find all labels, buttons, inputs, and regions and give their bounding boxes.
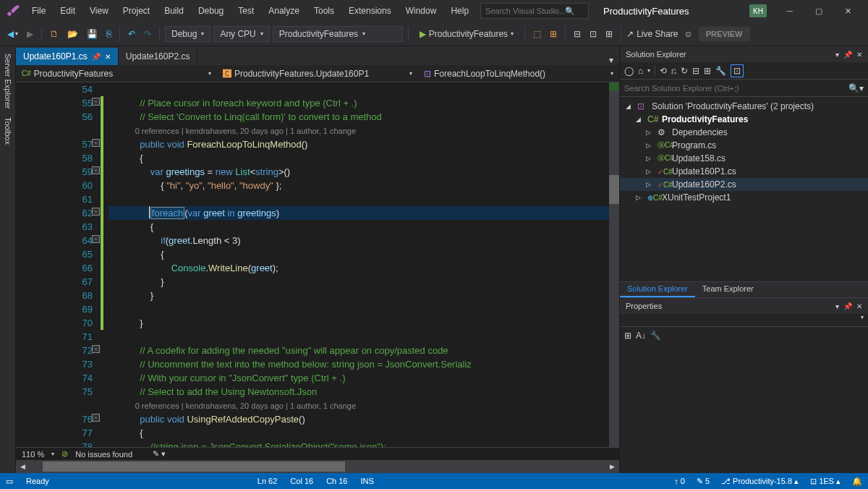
fold-icon[interactable]: - [92, 208, 100, 216]
titlebar-search[interactable]: 🔍 [480, 3, 589, 19]
save-button[interactable]: 💾 [84, 27, 101, 41]
user-badge[interactable]: KH [749, 4, 767, 17]
tab-solution-explorer[interactable]: Solution Explorer [620, 282, 695, 297]
fold-icon[interactable]: - [92, 139, 100, 147]
open-button[interactable]: 📂 [64, 27, 81, 41]
dropdown-icon[interactable]: ▾ [835, 51, 839, 59]
file-update160p1[interactable]: ▷✓C#Update160P1.cs [620, 165, 868, 178]
tb-icon-5[interactable]: ⊞ [603, 27, 616, 41]
menu-test[interactable]: Test [232, 3, 260, 19]
output-icon[interactable]: ▭ [6, 477, 13, 486]
liveshare-button[interactable]: ↗Live Share [626, 29, 678, 39]
server-explorer-tab[interactable]: Server Explorer [0, 49, 15, 113]
project-xunit[interactable]: ▷⊕C#XUnitTestProject1 [620, 191, 868, 204]
menu-analyze[interactable]: Analyze [263, 3, 305, 19]
fold-icon[interactable]: - [92, 166, 100, 174]
menu-file[interactable]: File [26, 3, 51, 19]
file-program[interactable]: ▷ⓐC#Program.cs [620, 139, 868, 152]
repo-button[interactable]: ⊡ 1ES ▴ [810, 477, 841, 486]
collapse-icon[interactable]: ⊟ [692, 66, 699, 76]
redo-button[interactable]: ↷ [141, 27, 154, 41]
menu-project[interactable]: Project [117, 3, 156, 19]
close-icon[interactable]: ✕ [105, 53, 111, 61]
tb-icon-3[interactable]: ⊟ [571, 27, 584, 41]
close-icon[interactable]: ✕ [856, 51, 862, 59]
home-icon[interactable]: ⌂ [638, 66, 643, 76]
pin-icon[interactable]: 📌 [92, 53, 101, 61]
properties-icon[interactable]: 🔧 [715, 66, 726, 76]
tab-overflow-button[interactable]: ▾ [603, 55, 619, 65]
back-icon[interactable]: ◯ [624, 66, 634, 76]
vscroll[interactable] [609, 82, 619, 447]
forward-button[interactable]: ▶ [24, 27, 36, 41]
fold-icon[interactable]: - [92, 345, 100, 353]
menu-window[interactable]: Window [400, 3, 443, 19]
ins-label: INS [360, 477, 373, 485]
wrench-icon[interactable]: 🔧 [650, 331, 661, 341]
menu-help[interactable]: Help [445, 3, 475, 19]
undo-button[interactable]: ↶ [125, 27, 138, 41]
refresh-icon[interactable]: ↻ [681, 66, 688, 76]
preview-icon[interactable]: ⊡ [731, 64, 744, 77]
caret-icon[interactable]: ✎ ▾ [153, 449, 166, 459]
new-project-button[interactable]: 🗋 [47, 27, 61, 41]
file-update158[interactable]: ▷ⓐC#Update158.cs [620, 152, 868, 165]
menu-extensions[interactable]: Extensions [343, 3, 397, 19]
se-search-input[interactable] [624, 84, 848, 93]
close-button[interactable]: ✕ [833, 1, 862, 21]
show-all-icon[interactable]: ⊞ [704, 66, 711, 76]
hscroll[interactable]: ◀ ▶ [16, 460, 619, 473]
dependencies-node[interactable]: ▷⚙Dependencies [620, 126, 868, 139]
file-update160p2[interactable]: ▷✓C#Update160P2.cs [620, 178, 868, 191]
se-tree[interactable]: ◢⊡Solution 'ProductivityFeatures' (2 pro… [620, 97, 868, 281]
sort-icon[interactable]: A↓ [636, 331, 646, 341]
zoom-level[interactable]: 110 % [22, 450, 44, 459]
editor-column: Update160P1.cs📌✕ Update160P2.cs ▾ C#Prod… [16, 46, 619, 473]
fold-icon[interactable]: - [92, 98, 100, 106]
feedback-icon[interactable]: ☺ [681, 27, 696, 41]
tab-update160p2[interactable]: Update160P2.cs [119, 48, 198, 65]
publish-icon[interactable]: ↑ 0 [674, 477, 685, 485]
config-dropdown[interactable]: Debug▾ [165, 26, 210, 42]
save-all-button[interactable]: ⎘ [103, 27, 114, 41]
dropdown-icon[interactable]: ▾ [835, 302, 839, 310]
back-button[interactable]: ◀▾ [4, 27, 21, 41]
search-input[interactable] [485, 7, 565, 15]
ok-icon: ⊘ [61, 449, 68, 459]
fold-icon[interactable]: - [92, 414, 100, 422]
pin-icon[interactable]: 📌 [843, 302, 852, 310]
code-editor[interactable]: 5455-56 57-5859-606162-6364-656667686970… [16, 82, 619, 447]
solution-node[interactable]: ◢⊡Solution 'ProductivityFeatures' (2 pro… [620, 100, 868, 113]
fold-icon[interactable]: - [92, 235, 100, 243]
close-icon[interactable]: ✕ [856, 302, 862, 310]
tab-team-explorer[interactable]: Team Explorer [695, 282, 761, 297]
menu-build[interactable]: Build [158, 3, 190, 19]
platform-dropdown[interactable]: Any CPU▾ [213, 26, 269, 42]
notifications-icon[interactable]: 🔔 [852, 477, 862, 486]
sync-icon[interactable]: ⟲ [660, 66, 667, 76]
categorize-icon[interactable]: ⊞ [624, 331, 631, 341]
nav-method[interactable]: ⊡ForeachLoopToLinqMethod()▾ [418, 69, 619, 79]
pin-icon[interactable]: 📌 [843, 51, 852, 59]
se-search[interactable]: 🔍▾ [620, 80, 868, 97]
tb-icon-4[interactable]: ⊡ [587, 27, 600, 41]
error-icon[interactable]: ✎ 5 [697, 477, 710, 486]
startup-dropdown[interactable]: ProductivityFeatures▾ [273, 26, 403, 42]
maximize-button[interactable]: ▢ [804, 1, 833, 21]
start-button[interactable]: ▶ProductivityFeatures▾ [414, 27, 519, 41]
pending-icon[interactable]: ⎌ [671, 66, 676, 76]
nav-class[interactable]: 🅲ProductivityFeatures.Update160P1▾ [217, 69, 418, 79]
menu-tools[interactable]: Tools [308, 3, 340, 19]
branch-button[interactable]: ⎇ Productivity-15.8 ▴ [721, 477, 799, 486]
minimize-button[interactable]: ─ [775, 1, 804, 21]
tb-icon-1[interactable]: ⬚ [530, 27, 544, 41]
tb-icon-2[interactable]: ⊞ [547, 27, 560, 41]
menu-view[interactable]: View [84, 3, 114, 19]
search-icon: 🔍▾ [848, 83, 864, 93]
menu-debug[interactable]: Debug [192, 3, 229, 19]
nav-project[interactable]: C#ProductivityFeatures▾ [16, 69, 217, 79]
menu-edit[interactable]: Edit [54, 3, 81, 19]
toolbox-tab[interactable]: Toolbox [0, 113, 15, 149]
project-node[interactable]: ◢C#ProductivityFeatures [620, 113, 868, 126]
tab-update160p1[interactable]: Update160P1.cs📌✕ [16, 48, 119, 65]
